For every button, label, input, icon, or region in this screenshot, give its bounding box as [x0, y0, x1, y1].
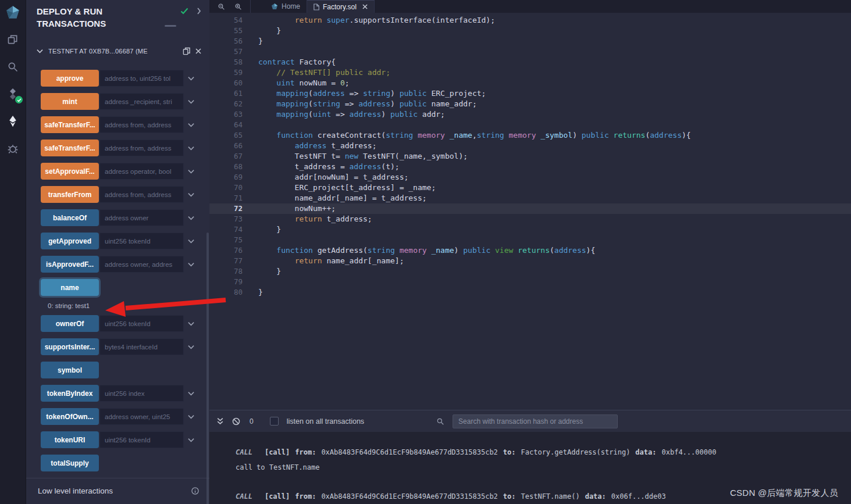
transaction-search-input[interactable] — [453, 414, 618, 428]
code-line[interactable]: 72 nowNum++; — [209, 203, 851, 214]
function-button[interactable]: safeTransferF... — [41, 140, 99, 156]
code-line[interactable]: 68 t_address = address(t); — [209, 162, 851, 172]
code-line[interactable]: 67 TestNFT t= new TestNFT(_name,_symbol)… — [209, 151, 851, 162]
function-param-input[interactable] — [99, 116, 184, 133]
function-param-input[interactable] — [99, 431, 184, 448]
log-to: TestNFT.name() — [521, 492, 580, 501]
function-button[interactable]: setApprovalF... — [41, 163, 99, 180]
code-line[interactable]: 64 — [209, 120, 851, 130]
function-param-input[interactable] — [99, 408, 184, 425]
function-button[interactable]: name — [41, 279, 99, 296]
function-param-input[interactable] — [99, 233, 184, 249]
chevron-down-icon[interactable] — [188, 239, 194, 244]
code-line[interactable]: 74 } — [209, 224, 851, 235]
function-button[interactable]: totalSupply — [41, 455, 99, 471]
expand-terminal-icon[interactable] — [216, 417, 224, 425]
code-line[interactable]: 57 — [209, 47, 851, 57]
tab-home[interactable]: Home — [265, 0, 307, 13]
code-line[interactable]: 73 return t_address; — [209, 214, 851, 224]
function-button[interactable]: balanceOf — [41, 209, 99, 226]
chevron-down-icon[interactable] — [188, 345, 194, 349]
code-line[interactable]: 75 — [209, 235, 851, 245]
function-param-input[interactable] — [99, 93, 184, 110]
log-label-to: to: — [503, 492, 516, 501]
function-param-input[interactable] — [99, 256, 184, 273]
code-line[interactable]: 76 function getAddress(string memory _na… — [209, 245, 851, 256]
clear-console-icon[interactable] — [232, 417, 240, 426]
debugger-icon[interactable] — [5, 141, 21, 157]
code-line[interactable]: 62 mapping(string => address) public nam… — [209, 99, 851, 109]
listen-all-transactions-checkbox[interactable] — [270, 417, 279, 426]
function-button[interactable]: tokenOfOwn... — [41, 408, 99, 425]
function-param-input[interactable] — [99, 70, 184, 87]
function-button[interactable]: mint — [41, 93, 99, 110]
chevron-down-icon[interactable] — [188, 76, 194, 81]
terminal-log-row[interactable]: call to TestNFT.name — [236, 463, 851, 471]
chevron-down-icon[interactable] — [188, 216, 194, 220]
function-button[interactable]: tokenByIndex — [41, 385, 99, 402]
code-line[interactable]: 59 // TestNFT[] public addr; — [209, 67, 851, 78]
zoom-out-icon[interactable] — [218, 3, 225, 10]
code-line[interactable]: 80} — [209, 287, 851, 298]
chevron-down-icon[interactable] — [37, 49, 43, 53]
function-button[interactable]: ownerOf — [41, 315, 99, 332]
close-icon[interactable] — [362, 4, 368, 9]
chevron-down-icon[interactable] — [188, 321, 194, 326]
code-line[interactable]: 60 uint nowNum = 0; — [209, 78, 851, 88]
vertical-scrollbar-thumb[interactable] — [206, 233, 209, 504]
function-button[interactable]: isApprovedF... — [41, 256, 99, 273]
function-param-input[interactable] — [99, 338, 184, 355]
code-line[interactable]: 65 function createContract(string memory… — [209, 130, 851, 141]
code-editor[interactable]: 54 return super.supportsInterface(interf… — [209, 13, 851, 410]
chevron-down-icon[interactable] — [188, 123, 194, 127]
zoom-in-icon[interactable] — [234, 3, 242, 10]
code-line[interactable]: 71 name_addr[_name] = t_address; — [209, 193, 851, 203]
workspaces-icon[interactable] — [5, 31, 21, 48]
collapse-panel-icon[interactable] — [197, 8, 201, 15]
code-line[interactable]: 78 } — [209, 266, 851, 277]
code-line[interactable]: 61 mapping(address => string) public ERC… — [209, 88, 851, 99]
info-icon[interactable] — [191, 487, 199, 495]
code-line[interactable]: 54 return super.supportsInterface(interf… — [209, 15, 851, 26]
chevron-down-icon[interactable] — [188, 99, 194, 104]
horizontal-scrollbar-thumb[interactable] — [165, 25, 176, 27]
search-icon[interactable] — [5, 59, 21, 75]
chevron-down-icon[interactable] — [188, 262, 194, 267]
function-param-input[interactable] — [99, 315, 184, 332]
code-line[interactable]: 70 ERC_project[t_address] = _name; — [209, 183, 851, 193]
chevron-down-icon[interactable] — [188, 146, 194, 151]
function-button[interactable]: tokenURI — [41, 431, 99, 448]
function-button[interactable]: getApproved — [41, 233, 99, 249]
chevron-down-icon[interactable] — [188, 391, 194, 396]
tab-factory-sol[interactable]: Factory.sol — [307, 0, 375, 13]
function-param-input[interactable] — [99, 209, 184, 226]
code-line[interactable]: 77 return name_addr[_name]; — [209, 256, 851, 266]
code-line[interactable]: 69 addr[nowNum] = t_address; — [209, 172, 851, 183]
function-button[interactable]: transferFrom — [41, 186, 99, 203]
chevron-down-icon[interactable] — [188, 438, 194, 442]
function-button[interactable]: safeTransferF... — [41, 116, 99, 133]
chevron-down-icon[interactable] — [188, 192, 194, 197]
function-param-input[interactable] — [99, 163, 184, 180]
copy-icon[interactable] — [183, 47, 190, 55]
function-param-input[interactable] — [99, 385, 184, 402]
close-icon[interactable] — [195, 48, 201, 54]
code-line[interactable]: 58contract Factory{ — [209, 57, 851, 67]
code-line[interactable]: 56} — [209, 36, 851, 47]
code-line[interactable]: 55 } — [209, 26, 851, 36]
solidity-compiler-icon[interactable] — [5, 86, 21, 102]
function-param-input[interactable] — [99, 186, 184, 203]
code-line[interactable]: 66 address t_address; — [209, 141, 851, 151]
function-param-input[interactable] — [99, 140, 184, 156]
deploy-run-icon[interactable] — [5, 113, 21, 130]
function-button[interactable]: symbol — [41, 362, 99, 378]
function-button[interactable]: approve — [41, 70, 99, 87]
chevron-down-icon[interactable] — [188, 414, 194, 419]
deployed-contract-header[interactable]: TESTNFT AT 0XB7B...06687 (ME — [37, 47, 201, 55]
terminal-log-row[interactable]: CALL[call]from:0xAb8483F64d9C6d1EcF9b849… — [236, 448, 851, 456]
chevron-down-icon[interactable] — [188, 169, 194, 174]
remix-logo-icon[interactable] — [5, 4, 21, 20]
code-line[interactable]: 63 mapping(uint => address) public addr; — [209, 109, 851, 120]
function-button[interactable]: supportsInter... — [41, 338, 99, 355]
code-line[interactable]: 79 — [209, 277, 851, 287]
